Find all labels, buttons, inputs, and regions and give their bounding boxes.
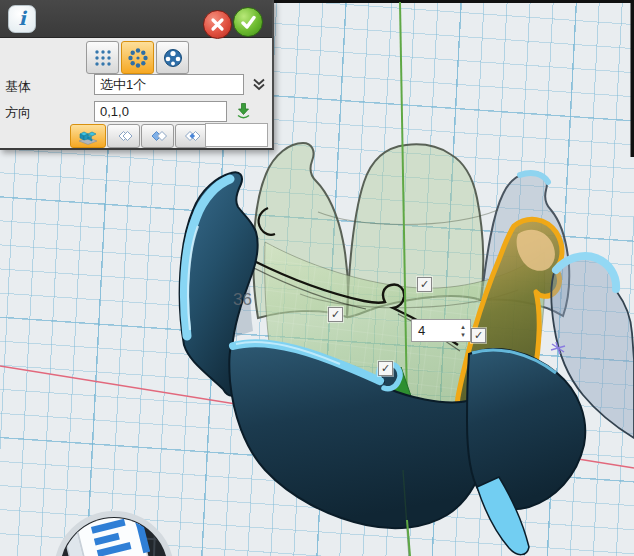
option-diamond-dot-button[interactable]	[175, 124, 208, 148]
app-window: 36	[0, 0, 634, 556]
check-icon	[240, 15, 257, 30]
pattern-circle-button[interactable]	[121, 41, 154, 74]
expand-chevron-icon[interactable]	[252, 77, 266, 95]
sphere-icon	[161, 46, 185, 70]
selection-checkbox-3[interactable]: ✓	[471, 328, 486, 343]
diamond-dot-icon	[182, 128, 202, 144]
empty-field[interactable]	[205, 123, 268, 147]
selection-checkbox-1[interactable]: ✓	[417, 277, 432, 292]
base-label: 基体	[5, 78, 31, 96]
dimension-label: 36	[233, 290, 252, 309]
direction-field[interactable]: 0,1,0	[94, 101, 227, 122]
pattern-mode-row	[86, 41, 189, 74]
count-input[interactable]: 4 ▴ ▾	[411, 319, 471, 342]
confirm-button[interactable]	[233, 7, 263, 37]
blue-diamond-pair-icon	[148, 128, 168, 144]
viewport-right-edge	[631, 0, 634, 157]
cancel-button[interactable]	[203, 10, 232, 39]
count-value[interactable]: 4	[412, 320, 456, 341]
pattern-dialog: i	[0, 0, 274, 150]
count-spinner: ▴ ▾	[456, 320, 470, 341]
pattern-grid-button[interactable]	[86, 41, 119, 74]
pick-direction-icon[interactable]	[235, 102, 252, 123]
dot-ring-icon	[126, 46, 150, 70]
option-blue-diamond-button[interactable]	[141, 124, 174, 148]
app-logo-button[interactable]	[57, 498, 171, 556]
selection-checkbox-2[interactable]: ✓	[328, 307, 343, 322]
x-icon	[210, 17, 225, 32]
viewport-top-edge	[272, 0, 634, 3]
base-field[interactable]: 选中1个	[94, 74, 244, 95]
option-diamonds-button[interactable]	[107, 124, 140, 148]
spinner-down-button[interactable]: ▾	[456, 331, 470, 339]
result-option-row	[70, 124, 208, 148]
option-cubes-button[interactable]	[70, 124, 106, 148]
info-icon[interactable]: i	[8, 5, 36, 33]
dot-grid-icon	[91, 46, 115, 70]
selection-checkbox-4[interactable]: ✓	[378, 361, 393, 376]
pattern-sphere-button[interactable]	[156, 41, 189, 74]
direction-label: 方向	[5, 104, 31, 122]
cube-stack-icon	[77, 127, 99, 145]
double-diamond-icon	[114, 128, 134, 144]
spinner-up-button[interactable]: ▴	[456, 323, 470, 331]
